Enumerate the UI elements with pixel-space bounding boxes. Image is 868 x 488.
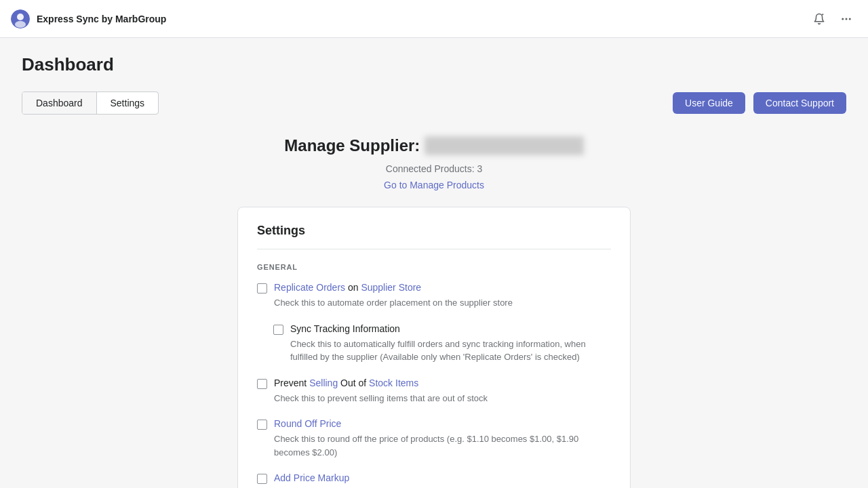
svg-point-1 [17, 14, 24, 20]
desc-replicate-orders: Check this to automate order placement o… [274, 296, 611, 310]
label-prevent-selling: Prevent Selling Out of Stock Items [274, 378, 418, 388]
svg-point-4 [842, 18, 844, 20]
setting-price-markup: Add Price Markup Check this if you want … [257, 472, 611, 488]
setting-round-off: Round Off Price Check this to round off … [257, 418, 611, 459]
setting-sync-tracking: Sync Tracking Information Check this to … [273, 323, 611, 364]
tab-settings[interactable]: Settings [97, 92, 159, 114]
svg-point-6 [849, 18, 851, 20]
nav-tabs: Dashboard Settings [22, 92, 159, 115]
supplier-heading-prefix: Manage Supplier: [284, 136, 420, 155]
checkbox-price-markup[interactable] [257, 474, 267, 484]
nav-area: Dashboard Settings User Guide Contact Su… [0, 86, 868, 115]
app-name: Express Sync by MarbGroup [37, 14, 808, 24]
notification-icon[interactable] [808, 8, 830, 30]
label-round-off: Round Off Price [274, 418, 341, 429]
checkbox-replicate-orders[interactable] [257, 283, 267, 293]
setting-replicate-orders: Replicate Orders on Supplier Store Check… [257, 282, 611, 310]
label-price-markup: Add Price Markup [274, 472, 349, 483]
svg-point-5 [846, 18, 848, 20]
page-title: Dashboard [22, 54, 846, 75]
setting-prevent-selling: Prevent Selling Out of Stock Items Check… [257, 378, 611, 405]
app-logo [11, 9, 30, 28]
user-guide-button[interactable]: User Guide [673, 92, 745, 114]
page-header: Dashboard [0, 38, 868, 86]
nav-buttons: User Guide Contact Support [673, 92, 846, 114]
connected-products: Connected Products: 3 [386, 163, 482, 174]
supplier-heading: Manage Supplier: Bulk Discount Pros [284, 136, 583, 155]
checkbox-round-off[interactable] [257, 420, 267, 430]
desc-sync-tracking: Check this to automatically fulfill orde… [290, 338, 611, 364]
desc-prevent-selling: Check this to prevent selling items that… [274, 392, 611, 405]
main-content: Manage Supplier: Bulk Discount Pros Conn… [0, 115, 868, 488]
top-bar-icons [808, 8, 857, 30]
checkbox-sync-tracking[interactable] [273, 325, 283, 335]
contact-support-button[interactable]: Contact Support [753, 92, 846, 114]
desc-round-off: Check this to round off the price of pro… [274, 432, 611, 459]
svg-point-2 [15, 21, 26, 28]
more-icon[interactable] [835, 8, 857, 30]
label-replicate-orders: Replicate Orders on Supplier Store [274, 282, 421, 293]
settings-card: Settings GENERAL Replicate Orders on Sup… [237, 207, 631, 488]
settings-card-title: Settings [257, 224, 611, 249]
tab-dashboard[interactable]: Dashboard [22, 92, 97, 114]
supplier-name: Bulk Discount Pros [425, 136, 584, 155]
section-label-general: GENERAL [257, 263, 611, 271]
manage-products-link[interactable]: Go to Manage Products [384, 180, 484, 190]
top-bar: Express Sync by MarbGroup [0, 0, 868, 38]
label-sync-tracking: Sync Tracking Information [290, 323, 400, 334]
checkbox-prevent-selling[interactable] [257, 379, 267, 389]
